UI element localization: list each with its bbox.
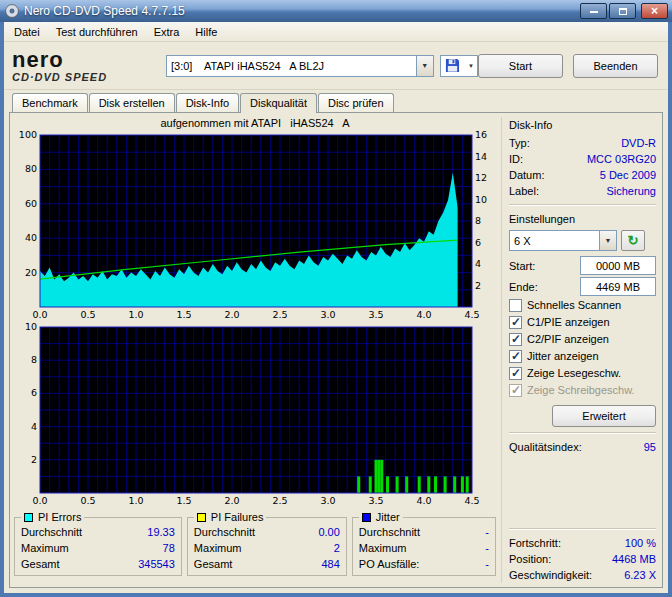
- diskqualitaet-tab-page: aufgenommen mit ATAPI iHAS524 A 10080604…: [9, 112, 663, 588]
- save-button[interactable]: ▼: [440, 55, 478, 77]
- checkbox-c2-pif-anzeigen[interactable]: C2/PIF anzeigen: [509, 331, 656, 348]
- menu-item-extra[interactable]: Extra: [146, 24, 188, 40]
- stat-row: Maximum2: [194, 540, 340, 556]
- svg-text:10: 10: [475, 194, 487, 205]
- checkbox-icon: [509, 333, 522, 346]
- stat-row: PO Ausfälle:-: [359, 556, 489, 572]
- svg-text:40: 40: [25, 232, 37, 243]
- svg-text:1.0: 1.0: [128, 495, 143, 506]
- svg-text:14: 14: [475, 151, 487, 162]
- svg-text:4.5: 4.5: [464, 495, 479, 506]
- end-field[interactable]: 4469 MB: [580, 277, 656, 296]
- svg-text:3.5: 3.5: [368, 309, 383, 320]
- chevron-down-icon: ▼: [465, 63, 477, 69]
- svg-text:20: 20: [25, 267, 37, 278]
- advanced-button[interactable]: Erweitert: [552, 405, 656, 427]
- stat-row: Maximum78: [21, 540, 175, 556]
- chart-title: aufgenommen mit ATAPI iHAS524 A: [14, 117, 496, 131]
- disk-info-row: ID:MCC 03RG20: [509, 151, 656, 167]
- position-row: Position:4468 MB: [509, 551, 656, 567]
- tab-benchmark[interactable]: Benchmark: [12, 93, 88, 112]
- svg-text:3.5: 3.5: [368, 495, 383, 506]
- jitter-panel: Jitter Durchschnitt- Maximum- PO Ausfäll…: [352, 511, 496, 576]
- maximize-button[interactable]: [609, 3, 636, 19]
- svg-text:0.5: 0.5: [80, 309, 95, 320]
- menu-item-hilfe[interactable]: Hilfe: [187, 24, 225, 40]
- pi-failures-chart: 1086420.00.51.01.52.02.53.03.54.04.5: [14, 323, 496, 507]
- close-button[interactable]: ×: [641, 3, 668, 19]
- nero-logo-text: nero: [12, 49, 160, 71]
- svg-text:6: 6: [31, 387, 37, 398]
- svg-text:16: 16: [475, 131, 487, 140]
- disk-info-row: Datum:5 Dec 2009: [509, 167, 656, 183]
- start-row: Start: 0000 MB: [509, 255, 656, 276]
- tab-disc-pruefen[interactable]: Disc prüfen: [318, 93, 394, 112]
- tab-disk-erstellen[interactable]: Disk erstellen: [89, 93, 175, 112]
- svg-text:8: 8: [31, 354, 37, 365]
- pi-errors-chart: 100806040201614121086420.00.51.01.52.02.…: [14, 131, 496, 321]
- svg-text:4.0: 4.0: [416, 309, 431, 320]
- disk-info-row: Label:Sicherung: [509, 183, 656, 199]
- save-icon: [441, 58, 465, 73]
- svg-text:2: 2: [31, 454, 37, 465]
- app-window: Nero CD-DVD Speed 4.7.7.15 × Datei Test …: [0, 0, 672, 597]
- quality-index-value: 95: [644, 440, 656, 454]
- tab-diskqualitaet[interactable]: Diskqualität: [240, 93, 317, 113]
- checkbox-zeige-lesegeschw[interactable]: Zeige Lesegeschw.: [509, 365, 656, 382]
- stat-row: Gesamt484: [194, 556, 340, 572]
- stats-row: PI Errors Durchschnitt19.33 Maximum78 Ge…: [14, 511, 496, 576]
- menu-item-datei[interactable]: Datei: [6, 24, 48, 40]
- pi-errors-swatch-icon: [24, 513, 33, 522]
- stat-row: Durchschnitt19.33: [21, 524, 175, 540]
- disk-info-row: Typ:DVD-R: [509, 135, 656, 151]
- svg-text:2: 2: [475, 280, 481, 291]
- speed-select-value: 6 X: [510, 235, 599, 247]
- checkbox-icon: [509, 384, 522, 397]
- checkbox-icon: [509, 299, 522, 312]
- window-frame: Datei Test durchführen Extra Hilfe nero …: [0, 22, 672, 597]
- separator: [509, 432, 656, 434]
- tab-disk-info[interactable]: Disk-Info: [176, 93, 239, 112]
- drive-select[interactable]: [3:0] ATAPI iHAS524 A BL2J ▼: [166, 55, 434, 77]
- window-title: Nero CD-DVD Speed 4.7.7.15: [24, 4, 580, 18]
- svg-text:0.0: 0.0: [32, 309, 47, 320]
- svg-text:0.5: 0.5: [80, 495, 95, 506]
- settings-title: Einstellungen: [509, 213, 656, 225]
- checkbox-schnelles-scannen[interactable]: Schnelles Scannen: [509, 297, 656, 314]
- tabstrip: Benchmark Disk erstellen Disk-Info Diskq…: [4, 90, 668, 113]
- app-icon: [4, 3, 20, 19]
- chevron-down-icon: ▼: [599, 231, 616, 250]
- svg-text:4.5: 4.5: [464, 309, 479, 320]
- svg-text:3.0: 3.0: [320, 495, 335, 506]
- disk-info-title: Disk-Info: [509, 119, 656, 131]
- chevron-down-icon: ▼: [416, 56, 433, 76]
- quit-button[interactable]: Beenden: [573, 54, 658, 78]
- checkbox-icon: [509, 367, 522, 380]
- minimize-button[interactable]: [580, 3, 607, 19]
- svg-text:4: 4: [475, 258, 481, 269]
- minimize-icon: [590, 9, 598, 13]
- speed-select[interactable]: 6 X ▼: [509, 230, 617, 251]
- checkbox-c1-pie-anzeigen[interactable]: C1/PIE anzeigen: [509, 314, 656, 331]
- menu-item-test-durchfuehren[interactable]: Test durchführen: [48, 24, 146, 40]
- pi-failures-panel-title: PI Failures: [211, 511, 264, 523]
- close-icon: ×: [651, 6, 658, 16]
- svg-text:1.5: 1.5: [176, 495, 191, 506]
- jitter-panel-title: Jitter: [376, 511, 400, 523]
- separator: [509, 528, 656, 530]
- svg-text:0.0: 0.0: [32, 495, 47, 506]
- sidebar: Disk-Info Typ:DVD-R ID:MCC 03RG20 Datum:…: [501, 117, 658, 583]
- svg-text:1.0: 1.0: [128, 309, 143, 320]
- end-row: Ende: 4469 MB: [509, 276, 656, 297]
- refresh-button[interactable]: ↻: [621, 230, 645, 251]
- svg-text:2.0: 2.0: [224, 495, 239, 506]
- nero-logo: nero CD·DVD SPEED: [12, 49, 160, 83]
- svg-text:2.5: 2.5: [272, 309, 287, 320]
- svg-text:1.5: 1.5: [176, 309, 191, 320]
- stat-row: Gesamt345543: [21, 556, 175, 572]
- pi-errors-panel-title: PI Errors: [38, 511, 81, 523]
- svg-text:4.0: 4.0: [416, 495, 431, 506]
- start-button[interactable]: Start: [478, 54, 563, 78]
- checkbox-jitter-anzeigen[interactable]: Jitter anzeigen: [509, 348, 656, 365]
- start-field[interactable]: 0000 MB: [580, 256, 656, 275]
